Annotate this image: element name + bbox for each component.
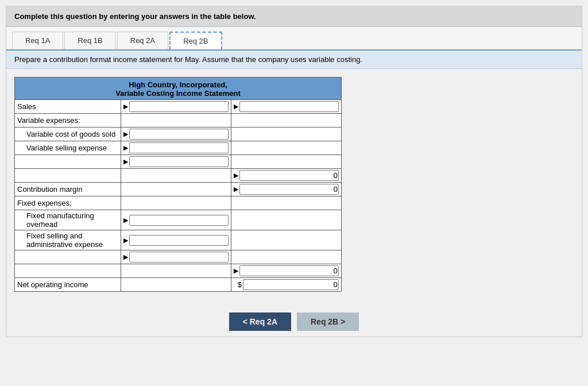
tab-req1b[interactable]: Req 1B xyxy=(64,32,115,49)
right-cell xyxy=(231,141,342,155)
right-input[interactable] xyxy=(243,279,339,290)
row-label: Sales xyxy=(15,100,121,114)
table-row: ▶ xyxy=(15,169,342,183)
input-arrow-icon: ▶ xyxy=(123,253,128,261)
input-arrow-icon: ▶ xyxy=(234,267,238,275)
income-statement-table: High Country, Incorporated, Variable Cos… xyxy=(14,77,342,292)
mid-cell[interactable]: ▶ xyxy=(121,141,231,155)
table-row: Variable selling expense▶ xyxy=(15,141,342,155)
tabs-bar: Req 1A Req 1B Req 2A Req 2B xyxy=(6,27,582,51)
mid-cell[interactable]: ▶ xyxy=(121,210,231,230)
row-label xyxy=(15,155,121,169)
row-label: Contribution margin xyxy=(15,183,121,196)
right-cell[interactable]: ▶ xyxy=(231,183,342,196)
mid-cell[interactable]: ▶ xyxy=(121,250,231,264)
mid-input[interactable] xyxy=(129,101,229,112)
right-cell xyxy=(231,155,342,169)
row-label: Fixed selling and administrative expense xyxy=(15,230,121,250)
input-arrow-icon: ▶ xyxy=(123,103,128,110)
right-cell xyxy=(231,114,342,128)
table-wrapper: High Country, Incorporated, Variable Cos… xyxy=(6,69,582,303)
mid-cell xyxy=(121,264,231,278)
row-label: Variable selling expense xyxy=(15,141,121,155)
table-title-line2: Variable Costing Income Statement xyxy=(17,89,339,98)
table-row: ▶ xyxy=(15,264,342,278)
right-cell[interactable]: $ xyxy=(231,278,342,292)
row-label: Variable cost of goods sold xyxy=(15,128,121,141)
mid-cell[interactable]: ▶ xyxy=(121,128,231,141)
tab-req2a[interactable]: Req 2A xyxy=(117,32,168,49)
right-input[interactable] xyxy=(239,101,339,112)
row-label: Fixed expenses: xyxy=(15,196,121,210)
mid-input[interactable] xyxy=(129,215,229,226)
row-label: Variable expenses: xyxy=(15,114,121,128)
mid-cell xyxy=(121,114,231,128)
mid-cell[interactable]: ▶ xyxy=(121,155,231,169)
input-arrow-icon: ▶ xyxy=(123,237,128,244)
right-cell xyxy=(231,210,342,230)
table-row: Sales▶▶ xyxy=(15,100,342,114)
right-cell[interactable]: ▶ xyxy=(231,169,342,183)
mid-cell[interactable]: ▶ xyxy=(121,230,231,250)
right-input[interactable] xyxy=(239,170,339,181)
table-row: ▶ xyxy=(15,250,342,264)
mid-input[interactable] xyxy=(129,156,229,167)
forward-button[interactable]: Req 2B > xyxy=(297,312,359,331)
row-label xyxy=(15,264,121,278)
input-arrow-icon: ▶ xyxy=(234,186,238,193)
mid-cell[interactable]: ▶ xyxy=(121,100,231,114)
input-arrow-icon: ▶ xyxy=(123,158,128,165)
table-row: Fixed selling and administrative expense… xyxy=(15,230,342,250)
table-row: Contribution margin▶ xyxy=(15,183,342,196)
input-arrow-icon: ▶ xyxy=(123,144,128,152)
input-arrow-icon: ▶ xyxy=(234,172,238,179)
right-input[interactable] xyxy=(239,184,339,195)
mid-input[interactable] xyxy=(129,252,229,263)
row-label xyxy=(15,169,121,183)
input-arrow-icon: ▶ xyxy=(234,103,238,110)
row-label xyxy=(15,250,121,264)
table-row: Fixed manufacturing overhead▶ xyxy=(15,210,342,230)
table-row: Net operating income$ xyxy=(15,278,342,292)
back-button[interactable]: < Req 2A xyxy=(229,312,291,331)
table-row: Variable cost of goods sold▶ xyxy=(15,128,342,141)
mid-cell xyxy=(121,183,231,196)
mid-cell xyxy=(121,278,231,292)
table-row: Fixed expenses: xyxy=(15,196,342,210)
mid-cell xyxy=(121,196,231,210)
table-row: ▶ xyxy=(15,155,342,169)
right-cell xyxy=(231,128,342,141)
input-arrow-icon: ▶ xyxy=(123,130,128,138)
right-cell xyxy=(231,230,342,250)
row-label: Net operating income xyxy=(15,278,121,292)
row-label: Fixed manufacturing overhead xyxy=(15,210,121,230)
mid-input[interactable] xyxy=(129,129,229,140)
bottom-nav: < Req 2A Req 2B > xyxy=(6,303,582,337)
mid-cell xyxy=(121,169,231,183)
mid-input[interactable] xyxy=(129,142,229,153)
right-input[interactable] xyxy=(239,265,339,276)
mid-input[interactable] xyxy=(129,235,229,246)
instruction-text: Complete this question by entering your … xyxy=(6,6,582,27)
right-cell xyxy=(231,196,342,210)
tab-req1a[interactable]: Req 1A xyxy=(12,32,63,49)
tab-req2b[interactable]: Req 2B xyxy=(169,32,222,49)
dollar-sign: $ xyxy=(238,280,243,289)
right-cell[interactable]: ▶ xyxy=(231,100,342,114)
right-cell[interactable]: ▶ xyxy=(231,264,342,278)
info-text: Prepare a contribution format income sta… xyxy=(6,51,582,69)
table-title-line1: High Country, Incorporated, xyxy=(17,80,339,89)
right-cell xyxy=(231,250,342,264)
table-row: Variable expenses: xyxy=(15,114,342,128)
input-arrow-icon: ▶ xyxy=(123,217,128,224)
